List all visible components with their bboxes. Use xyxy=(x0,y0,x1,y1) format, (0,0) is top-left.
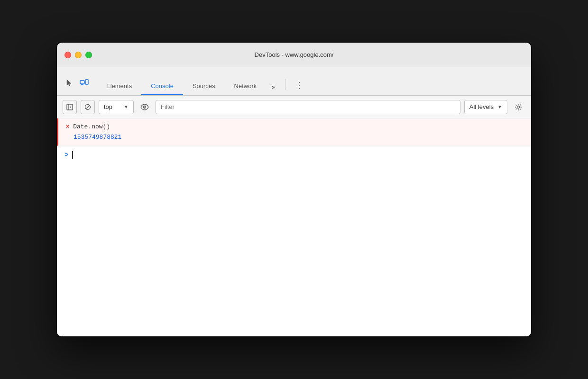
devtools-menu-button[interactable]: ⋮ xyxy=(289,76,309,95)
traffic-lights xyxy=(64,52,92,58)
filter-input[interactable] xyxy=(156,100,460,114)
tab-separator xyxy=(285,79,285,90)
maximize-button[interactable] xyxy=(85,52,92,58)
svg-line-8 xyxy=(86,105,90,109)
more-tabs-button[interactable]: » xyxy=(266,80,281,95)
entry-error-icon: × xyxy=(66,123,69,131)
device-toggle-button[interactable] xyxy=(78,76,91,90)
tab-network[interactable]: Network xyxy=(225,67,266,95)
entry-command-text: Date.now() xyxy=(73,122,110,132)
svg-point-10 xyxy=(144,107,145,108)
prompt-arrow-icon: > xyxy=(64,151,68,159)
tab-sources[interactable]: Sources xyxy=(183,67,225,95)
clear-console-button[interactable] xyxy=(81,100,95,114)
title-bar: DevTools - www.google.com/ xyxy=(57,43,531,67)
minimize-button[interactable] xyxy=(75,52,82,58)
levels-chevron-icon: ▼ xyxy=(497,104,502,109)
devtools-window: DevTools - www.google.com/ xyxy=(57,43,531,336)
svg-rect-0 xyxy=(85,80,88,84)
close-button[interactable] xyxy=(64,52,71,58)
entry-result-text: 1535749878821 xyxy=(66,132,524,142)
console-input-line[interactable]: > xyxy=(57,146,531,163)
tab-bar-icons xyxy=(63,76,91,95)
svg-rect-5 xyxy=(67,104,73,110)
tab-console[interactable]: Console xyxy=(141,67,183,95)
chevron-down-icon: ▼ xyxy=(124,104,129,109)
show-sidebar-button[interactable] xyxy=(63,100,77,114)
console-toolbar: top ▼ All levels ▼ xyxy=(57,96,531,118)
window-title: DevTools - www.google.com/ xyxy=(255,51,334,58)
svg-rect-2 xyxy=(80,81,84,84)
tab-elements[interactable]: Elements xyxy=(97,67,141,95)
tabs-container: Elements Console Sources Network » xyxy=(97,67,281,95)
eye-button[interactable] xyxy=(138,100,152,114)
svg-point-11 xyxy=(517,106,520,108)
tab-bar: Elements Console Sources Network » ⋮ xyxy=(57,67,531,96)
settings-button[interactable] xyxy=(511,100,525,114)
inspect-element-button[interactable] xyxy=(63,76,76,90)
console-entry-command-line: × Date.now() xyxy=(66,122,524,132)
svg-rect-1 xyxy=(86,84,88,84)
context-selector[interactable]: top ▼ xyxy=(99,100,134,114)
console-content: × Date.now() 1535749878821 > xyxy=(57,118,531,336)
console-empty-area xyxy=(57,163,531,306)
levels-selector[interactable]: All levels ▼ xyxy=(464,100,507,114)
console-entry: × Date.now() 1535749878821 xyxy=(57,118,531,146)
cursor-caret xyxy=(72,151,73,159)
